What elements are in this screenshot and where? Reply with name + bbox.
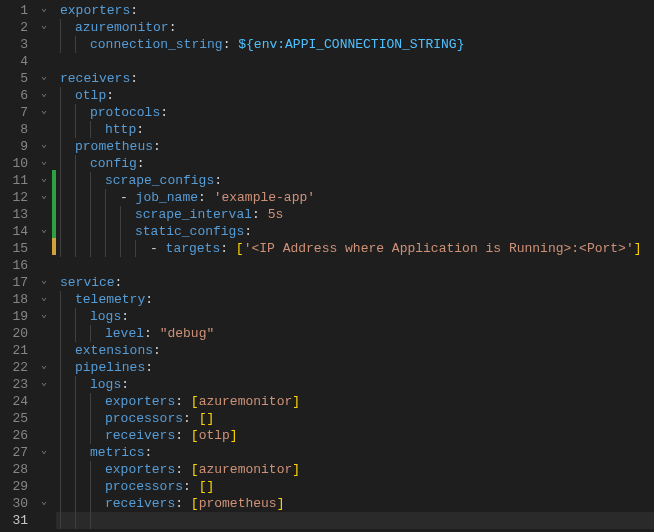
fold-chevron-icon[interactable]: ⌄ [36,357,52,374]
line-number: 17 [8,274,28,291]
line-number: 30 [8,495,28,512]
line-number: 9 [8,138,28,155]
line-number: 27 [8,444,28,461]
line-number: 3 [8,36,28,53]
code-line[interactable]: static_configs: [56,223,654,240]
fold-chevron-icon[interactable]: ⌄ [36,153,52,170]
code-line[interactable]: otlp: [56,87,654,104]
line-number: 6 [8,87,28,104]
fold-chevron-icon[interactable] [36,323,52,340]
line-number: 8 [8,121,28,138]
fold-chevron-icon[interactable]: ⌄ [36,289,52,306]
line-number: 28 [8,461,28,478]
fold-chevron-icon[interactable]: ⌄ [36,170,52,187]
line-number: 21 [8,342,28,359]
code-line[interactable]: receivers: [prometheus] [56,495,654,512]
line-number: 2 [8,19,28,36]
line-number: 26 [8,427,28,444]
code-line[interactable] [56,512,654,529]
code-line[interactable]: extensions: [56,342,654,359]
line-number: 4 [8,53,28,70]
line-number: 1 [8,2,28,19]
code-line[interactable]: exporters: [azuremonitor] [56,461,654,478]
code-line[interactable]: azuremonitor: [56,19,654,36]
line-number: 22 [8,359,28,376]
fold-chevron-icon[interactable] [36,510,52,527]
fold-chevron-icon[interactable] [36,238,52,255]
code-line[interactable]: logs: [56,308,654,325]
fold-chevron-icon[interactable] [36,255,52,272]
code-line[interactable]: config: [56,155,654,172]
code-line[interactable]: exporters: [azuremonitor] [56,393,654,410]
fold-chevron-icon[interactable] [36,459,52,476]
code-line[interactable]: logs: [56,376,654,393]
code-line[interactable]: processors: [] [56,410,654,427]
code-line[interactable]: connection_string: ${env:APPI_CONNECTION… [56,36,654,53]
line-number-gutter: 1234567891011121314151617181920212223242… [0,0,36,532]
fold-chevron-icon[interactable]: ⌄ [36,442,52,459]
fold-chevron-icon[interactable] [36,340,52,357]
line-number: 11 [8,172,28,189]
code-line[interactable] [56,257,654,274]
line-number: 10 [8,155,28,172]
fold-chevron-icon[interactable] [36,34,52,51]
code-line[interactable]: - targets: ['<IP Address where Applicati… [56,240,654,257]
fold-chevron-icon[interactable]: ⌄ [36,102,52,119]
fold-chevron-icon[interactable]: ⌄ [36,187,52,204]
line-number: 5 [8,70,28,87]
fold-chevron-icon[interactable]: ⌄ [36,68,52,85]
line-number: 13 [8,206,28,223]
code-line[interactable]: http: [56,121,654,138]
line-number: 14 [8,223,28,240]
code-line[interactable]: receivers: [56,70,654,87]
code-line[interactable]: processors: [] [56,478,654,495]
line-number: 16 [8,257,28,274]
code-content[interactable]: exporters: azuremonitor: connection_stri… [56,0,654,532]
code-line[interactable]: telemetry: [56,291,654,308]
fold-chevron-icon[interactable] [36,204,52,221]
fold-gutter[interactable]: ⌄⌄⌄⌄⌄⌄⌄⌄⌄⌄⌄⌄⌄⌄⌄⌄⌄ [36,0,52,532]
line-number: 15 [8,240,28,257]
code-line[interactable]: scrape_interval: 5s [56,206,654,223]
code-line[interactable]: prometheus: [56,138,654,155]
line-number: 18 [8,291,28,308]
code-editor[interactable]: 1234567891011121314151617181920212223242… [0,0,654,532]
fold-chevron-icon[interactable]: ⌄ [36,374,52,391]
line-number: 23 [8,376,28,393]
line-number: 12 [8,189,28,206]
fold-chevron-icon[interactable] [36,425,52,442]
code-line[interactable]: pipelines: [56,359,654,376]
line-number: 31 [8,512,28,529]
fold-chevron-icon[interactable]: ⌄ [36,0,52,17]
fold-chevron-icon[interactable]: ⌄ [36,493,52,510]
code-line[interactable]: receivers: [otlp] [56,427,654,444]
fold-chevron-icon[interactable] [36,51,52,68]
fold-chevron-icon[interactable] [36,476,52,493]
code-line[interactable] [56,53,654,70]
fold-chevron-icon[interactable]: ⌄ [36,17,52,34]
fold-chevron-icon[interactable]: ⌄ [36,136,52,153]
fold-chevron-icon[interactable] [36,119,52,136]
fold-chevron-icon[interactable]: ⌄ [36,272,52,289]
code-line[interactable]: metrics: [56,444,654,461]
line-number: 19 [8,308,28,325]
code-line[interactable]: scrape_configs: [56,172,654,189]
line-number: 20 [8,325,28,342]
fold-chevron-icon[interactable] [36,391,52,408]
code-line[interactable]: - job_name: 'example-app' [56,189,654,206]
fold-chevron-icon[interactable]: ⌄ [36,306,52,323]
line-number: 7 [8,104,28,121]
line-number: 24 [8,393,28,410]
code-line[interactable]: protocols: [56,104,654,121]
code-line[interactable]: exporters: [56,2,654,19]
fold-chevron-icon[interactable] [36,408,52,425]
fold-chevron-icon[interactable]: ⌄ [36,85,52,102]
code-line[interactable]: service: [56,274,654,291]
fold-chevron-icon[interactable]: ⌄ [36,221,52,238]
line-number: 25 [8,410,28,427]
line-number: 29 [8,478,28,495]
code-line[interactable]: level: "debug" [56,325,654,342]
